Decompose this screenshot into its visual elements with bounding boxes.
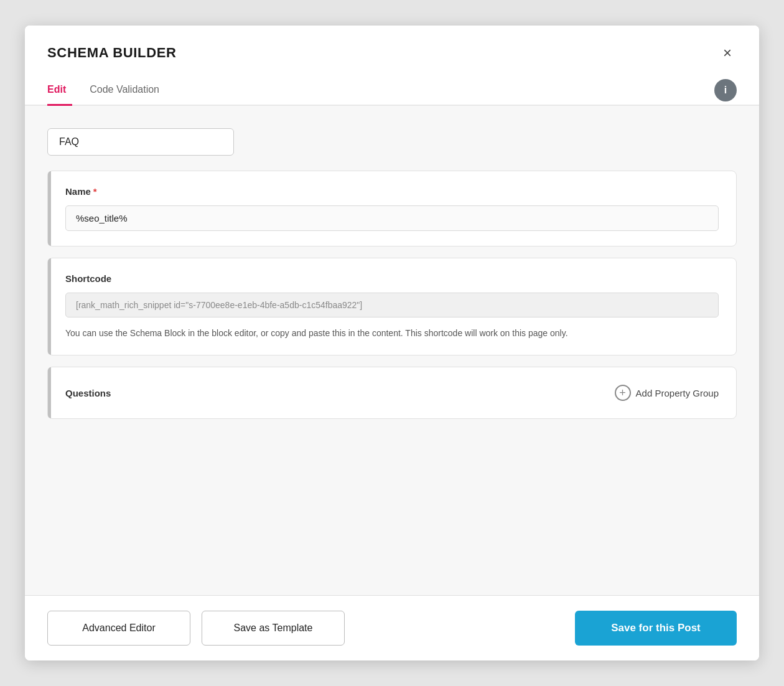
shortcode-card: Shortcode You can use the Schema Block i… xyxy=(47,258,737,355)
add-property-group-button[interactable]: + Add Property Group xyxy=(615,382,719,403)
name-card: Name* xyxy=(47,171,737,247)
save-as-template-button[interactable]: Save as Template xyxy=(202,611,345,646)
modal-header: SCHEMA BUILDER × xyxy=(25,26,759,75)
schema-type-input[interactable] xyxy=(47,128,234,156)
tabs-bar: Edit Code Validation i xyxy=(25,75,759,106)
questions-card: Questions + Add Property Group xyxy=(47,367,737,419)
advanced-editor-button[interactable]: Advanced Editor xyxy=(47,611,190,646)
questions-row: Questions + Add Property Group xyxy=(65,382,719,403)
modal-title: SCHEMA BUILDER xyxy=(47,45,177,61)
add-property-label: Add Property Group xyxy=(636,388,719,398)
tab-edit[interactable]: Edit xyxy=(47,75,72,106)
schema-builder-modal: SCHEMA BUILDER × Edit Code Validation i … xyxy=(25,26,759,660)
card-accent xyxy=(48,171,51,246)
modal-footer: Advanced Editor Save as Template Save fo… xyxy=(25,595,759,660)
card-accent xyxy=(48,367,51,418)
modal-body: Name* Shortcode You can use the Schema B… xyxy=(25,106,759,595)
circle-plus-icon: + xyxy=(615,385,631,401)
shortcode-label: Shortcode xyxy=(65,273,719,284)
shortcode-input[interactable] xyxy=(65,293,719,317)
info-icon-button[interactable]: i xyxy=(714,79,737,101)
close-button[interactable]: × xyxy=(718,43,737,63)
footer-left-buttons: Advanced Editor Save as Template xyxy=(47,611,345,646)
tab-code-validation[interactable]: Code Validation xyxy=(90,75,166,106)
required-star: * xyxy=(93,186,97,197)
card-accent xyxy=(48,258,51,355)
name-input[interactable] xyxy=(65,205,719,231)
save-for-post-button[interactable]: Save for this Post xyxy=(575,611,737,646)
questions-label: Questions xyxy=(65,388,111,398)
tabs-left: Edit Code Validation xyxy=(47,75,183,105)
name-label: Name* xyxy=(65,186,719,197)
shortcode-description: You can use the Schema Block in the bloc… xyxy=(65,326,719,340)
